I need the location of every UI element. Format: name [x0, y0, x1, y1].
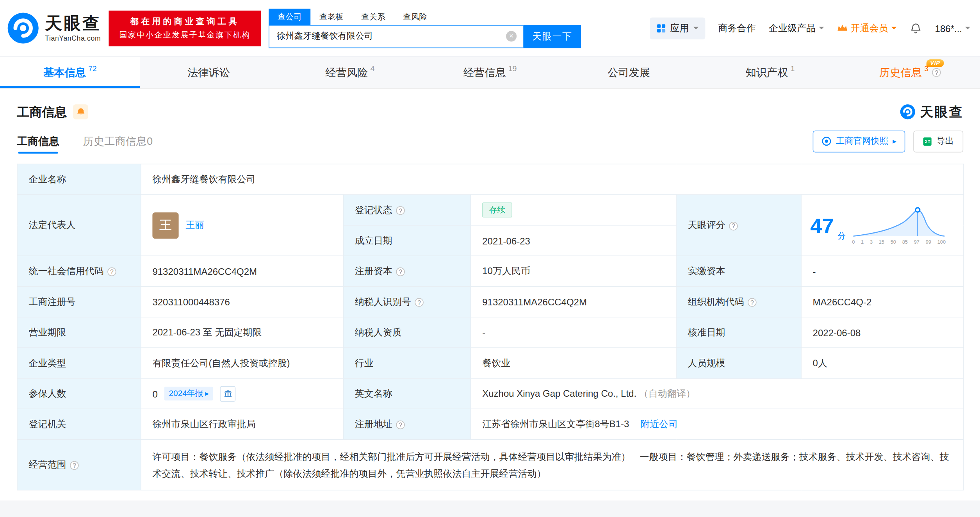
help-icon[interactable]: ?	[396, 421, 404, 429]
table-row: 参保人数 0 2024年报▸	[17, 378, 964, 409]
label-approval-date: 核准日期	[676, 317, 801, 348]
search-button[interactable]: 天眼一下	[524, 25, 581, 48]
value-english-name: Xuzhou Xinya Gap Catering Co., Ltd. （自动翻…	[471, 378, 964, 409]
subtab-business-info[interactable]: 工商信息	[17, 127, 59, 155]
clear-icon[interactable]: ×	[506, 31, 517, 41]
user-phone-label: 186*...	[935, 23, 962, 33]
tab-basic-info[interactable]: 基本信息 72	[0, 57, 140, 88]
arrow-right-icon: ▸	[205, 390, 209, 397]
help-icon[interactable]: ?	[748, 298, 756, 307]
help-icon[interactable]: ?	[107, 267, 116, 276]
value-credit-code: 91320311MA26CC4Q2M	[141, 256, 343, 286]
value-paid-capital: -	[801, 256, 964, 286]
chevron-down-icon	[891, 27, 896, 32]
menu-cooperation[interactable]: 商务合作	[718, 22, 755, 34]
tab-ip-count: 1	[791, 64, 795, 73]
tab-history-count: 3	[924, 64, 928, 73]
label-reg-address: 注册地址?	[343, 409, 470, 439]
user-account[interactable]: 186*...	[935, 23, 970, 33]
promo-banner-line1: 都在用的商业查询工具	[115, 16, 255, 27]
reg-status-label-text: 登记状态	[355, 204, 392, 214]
value-company-name: 徐州鑫牙缝餐饮有限公司	[141, 164, 964, 194]
tianyancha-logo-icon	[6, 11, 40, 45]
help-icon[interactable]: ?	[932, 68, 941, 77]
export-label: 导出	[936, 135, 954, 147]
tab-history-info[interactable]: VIP 历史信息 3 ?	[840, 57, 980, 88]
label-insured-count: 参保人数	[17, 378, 141, 409]
auto-translate-note: （自动翻译）	[639, 388, 695, 398]
tab-operating-count: 19	[508, 64, 517, 73]
label-reg-authority: 登记机关	[17, 409, 141, 439]
search-tab-risk[interactable]: 查风险	[394, 9, 436, 25]
tab-operating-info[interactable]: 经营信息 19	[420, 57, 560, 88]
promo-banner: 都在用的商业查询工具 国家中小企业发展子基金旗下机构	[109, 10, 261, 46]
subtab-history-business-info[interactable]: 历史工商信息0	[83, 127, 153, 155]
value-establish-date: 2021-06-23	[471, 225, 676, 256]
annual-report-badge[interactable]: 2024年报▸	[164, 387, 213, 401]
search-tab-boss[interactable]: 查老板	[310, 9, 352, 25]
annual-report-icon[interactable]	[220, 386, 236, 401]
export-button[interactable]: 导出	[913, 130, 963, 152]
label-reg-number: 工商注册号	[17, 287, 141, 317]
value-company-type: 有限责任公司(自然人投资或控股)	[141, 348, 343, 378]
search-tabs: 查公司 查老板 查关系 查风险	[269, 9, 581, 25]
value-legal-rep: 王 王丽	[141, 194, 343, 256]
help-icon[interactable]: ?	[415, 298, 423, 307]
help-icon[interactable]: ?	[70, 461, 78, 470]
label-company-name: 企业名称	[17, 164, 141, 194]
menu-open-vip-label: 开通会员	[851, 22, 888, 34]
brand-watermark-label: 天眼查	[920, 103, 963, 121]
legal-rep-avatar[interactable]: 王	[152, 212, 178, 238]
score-curve	[852, 206, 946, 238]
vip-badge: VIP	[927, 59, 944, 67]
menu-enterprise-products[interactable]: 企业级产品	[769, 22, 824, 34]
value-reg-authority: 徐州市泉山区行政审批局	[141, 409, 343, 439]
label-credit-code: 统一社会信用代码?	[17, 256, 141, 286]
menu-cooperation-label: 商务合作	[718, 22, 755, 34]
score-label-text: 天眼评分	[688, 219, 725, 230]
help-icon[interactable]: ?	[396, 206, 404, 215]
value-reg-capital: 10万人民币	[471, 256, 676, 286]
tab-risk-label: 经营风险	[326, 65, 368, 80]
search-tab-relation[interactable]: 查关系	[352, 9, 394, 25]
search-tab-company[interactable]: 查公司	[269, 9, 310, 25]
help-icon[interactable]: ?	[729, 221, 738, 230]
address-text: 江苏省徐州市泉山区文亭街8号B1-3	[482, 418, 629, 429]
label-tyc-score: 天眼评分?	[676, 194, 801, 256]
value-reg-address: 江苏省徐州市泉山区文亭街8号B1-3 附近公司	[471, 409, 964, 439]
label-establish-date: 成立日期	[343, 225, 470, 256]
chevron-down-icon	[965, 27, 970, 32]
tianyancha-company-page: 天眼查 TianYanCha.com 都在用的商业查询工具 国家中小企业发展子基…	[0, 0, 980, 517]
tab-operating-risk[interactable]: 经营风险 4	[280, 57, 420, 88]
tianyancha-logo[interactable]: 天眼查 TianYanCha.com	[6, 11, 101, 45]
search-input[interactable]	[269, 25, 523, 47]
tab-company-development[interactable]: 公司发展	[560, 57, 700, 88]
promo-banner-line2: 国家中小企业发展子基金旗下机构	[115, 30, 255, 40]
tab-risk-count: 4	[371, 64, 375, 73]
tab-intellectual-property[interactable]: 知识产权 1	[700, 57, 840, 88]
help-icon[interactable]: ?	[396, 267, 404, 276]
status-badge: 存续	[482, 202, 512, 218]
apps-menu[interactable]: 应用	[649, 17, 705, 39]
label-staff-size: 人员规模	[676, 348, 801, 378]
nearby-companies-link[interactable]: 附近公司	[640, 418, 678, 429]
footer-strip	[0, 501, 980, 517]
table-row: 企业类型 有限责任公司(自然人投资或控股) 行业 餐饮业 人员规模 0人	[17, 348, 964, 378]
score-distribution-chart: 0131550859799100	[852, 206, 946, 244]
official-snapshot-button[interactable]: 工商官网快照 ▸	[813, 130, 905, 152]
menu-open-vip[interactable]: 开通会员	[837, 22, 896, 34]
value-staff-size: 0人	[801, 348, 964, 378]
notification-bell-icon[interactable]	[909, 22, 922, 34]
monitor-bell-icon[interactable]	[73, 104, 88, 119]
legal-rep-link[interactable]: 王丽	[185, 219, 204, 231]
label-company-type: 企业类型	[17, 348, 141, 378]
tab-legal-proceedings[interactable]: 法律诉讼	[140, 57, 280, 88]
tianyancha-brand-icon	[900, 104, 916, 120]
snapshot-icon	[821, 136, 832, 146]
table-row: 营业期限 2021-06-23 至 无固定期限 纳税人资质 - 核准日期 202…	[17, 317, 964, 348]
label-taxpayer-id: 纳税人识别号?	[343, 287, 470, 317]
label-english-name: 英文名称	[343, 378, 470, 409]
value-taxpayer-quality: -	[471, 317, 676, 348]
table-row: 工商注册号 320311000448376 纳税人识别号? 91320311MA…	[17, 287, 964, 317]
tab-basic-info-label: 基本信息	[43, 65, 86, 80]
